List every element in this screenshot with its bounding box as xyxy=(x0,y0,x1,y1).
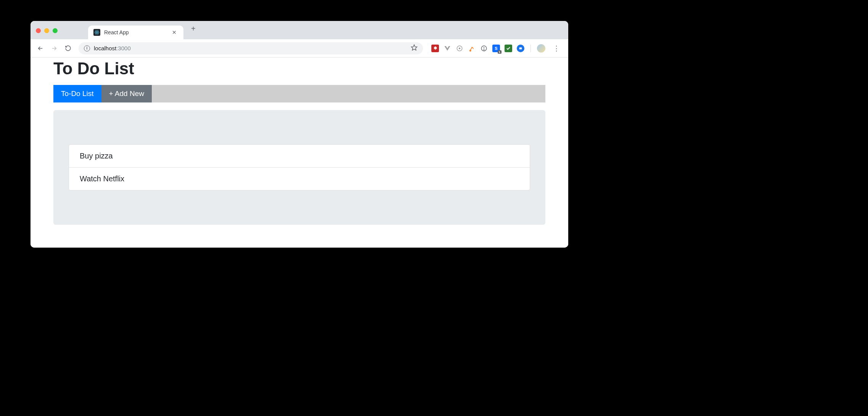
extension-badge: 1 xyxy=(498,50,502,54)
tab-todo-list[interactable]: To-Do List xyxy=(53,85,101,102)
svg-point-0 xyxy=(96,32,98,33)
close-window-button[interactable] xyxy=(36,28,41,33)
nav-tabs: To-Do List + Add New xyxy=(53,85,545,102)
toolbar-divider xyxy=(530,45,531,52)
list-item[interactable]: Buy pizza xyxy=(69,145,530,168)
bookmark-star-icon[interactable] xyxy=(411,44,418,53)
page-title: To Do List xyxy=(53,59,545,78)
svg-point-10 xyxy=(484,50,484,50)
address-bar[interactable]: i localhost:3000 xyxy=(79,42,423,54)
browser-toolbar: i localhost:3000 ✱ S 1 xyxy=(31,39,568,58)
svg-marker-4 xyxy=(411,45,417,50)
extension-icon[interactable] xyxy=(505,45,512,52)
tab-strip: React App ✕ + xyxy=(31,21,568,39)
url-text: localhost:3000 xyxy=(94,45,131,51)
extension-icon[interactable] xyxy=(517,45,524,52)
list-item[interactable]: Watch Netflix xyxy=(69,168,530,190)
todo-list: Buy pizza Watch Netflix xyxy=(69,144,530,190)
extension-icon[interactable]: ✱ xyxy=(431,45,439,52)
page-content: To Do List To-Do List + Add New Buy pizz… xyxy=(31,58,568,248)
extension-icon[interactable] xyxy=(456,45,463,52)
minimize-window-button[interactable] xyxy=(44,28,49,33)
site-info-icon[interactable]: i xyxy=(84,45,90,51)
vue-devtools-icon[interactable] xyxy=(444,45,451,52)
maximize-window-button[interactable] xyxy=(53,28,58,33)
svg-rect-11 xyxy=(519,47,522,49)
svg-point-7 xyxy=(470,50,471,51)
browser-window: React App ✕ + i localhost:3000 ✱ xyxy=(31,21,568,248)
back-button[interactable] xyxy=(34,42,47,54)
extension-icon[interactable] xyxy=(480,45,488,52)
extension-icon[interactable]: S 1 xyxy=(492,45,500,52)
extension-icon[interactable] xyxy=(468,45,476,52)
content-card: Buy pizza Watch Netflix xyxy=(53,110,545,225)
extension-icons: ✱ S 1 ⋮ xyxy=(428,44,564,53)
new-tab-button[interactable]: + xyxy=(183,24,202,36)
close-tab-button[interactable]: ✕ xyxy=(170,29,178,36)
url-port: :3000 xyxy=(116,45,131,51)
svg-point-6 xyxy=(459,48,460,49)
tab-add-new[interactable]: + Add New xyxy=(101,85,152,102)
browser-tab[interactable]: React App ✕ xyxy=(88,26,183,39)
react-favicon-icon xyxy=(93,29,100,36)
reload-button[interactable] xyxy=(62,42,74,54)
profile-avatar[interactable] xyxy=(537,44,545,53)
browser-menu-button[interactable]: ⋮ xyxy=(550,44,563,53)
tab-title: React App xyxy=(104,29,167,35)
window-controls xyxy=(36,28,88,39)
forward-button[interactable] xyxy=(48,42,60,54)
url-host: localhost xyxy=(94,45,116,51)
